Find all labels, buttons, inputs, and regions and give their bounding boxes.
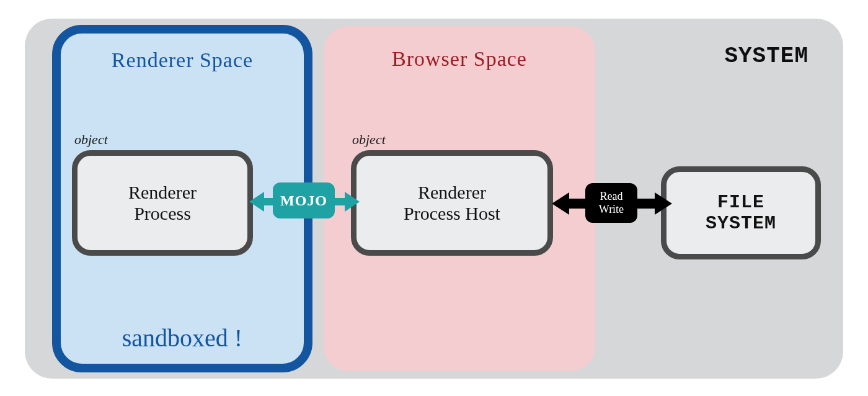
renderer-space-title: Renderer Space (61, 48, 304, 72)
file-system-text: FILESYSTEM (706, 192, 776, 235)
renderer-object-label: object (74, 132, 108, 148)
sandboxed-note: sandboxed ! (61, 323, 304, 353)
renderer-process-host-text: RendererProcess Host (404, 182, 500, 225)
mojo-connector-label: MOJO (273, 182, 335, 218)
system-label: SYSTEM (724, 43, 808, 69)
arrow-rw-left-icon (552, 191, 589, 216)
svg-marker-1 (331, 192, 360, 212)
arrow-mojo-right-icon (331, 190, 360, 214)
arrow-rw-right-icon (635, 191, 672, 216)
renderer-process-text: RendererProcess (128, 182, 197, 225)
svg-marker-3 (635, 192, 672, 215)
browser-space-title: Browser Space (324, 47, 595, 71)
renderer-process-host-node: RendererProcess Host (351, 150, 553, 256)
file-system-node: FILESYSTEM (661, 166, 821, 259)
renderer-process-node: RendererProcess (72, 150, 253, 256)
rw-write-text: Write (599, 203, 624, 216)
diagram-canvas: SYSTEM Renderer Space sandboxed ! Browse… (0, 0, 868, 396)
rw-read-text: Read (600, 190, 623, 203)
svg-marker-2 (552, 192, 589, 215)
system-container: SYSTEM Renderer Space sandboxed ! Browse… (25, 19, 843, 379)
browser-object-label: object (352, 132, 386, 148)
read-write-connector-label: Read Write (585, 183, 637, 223)
